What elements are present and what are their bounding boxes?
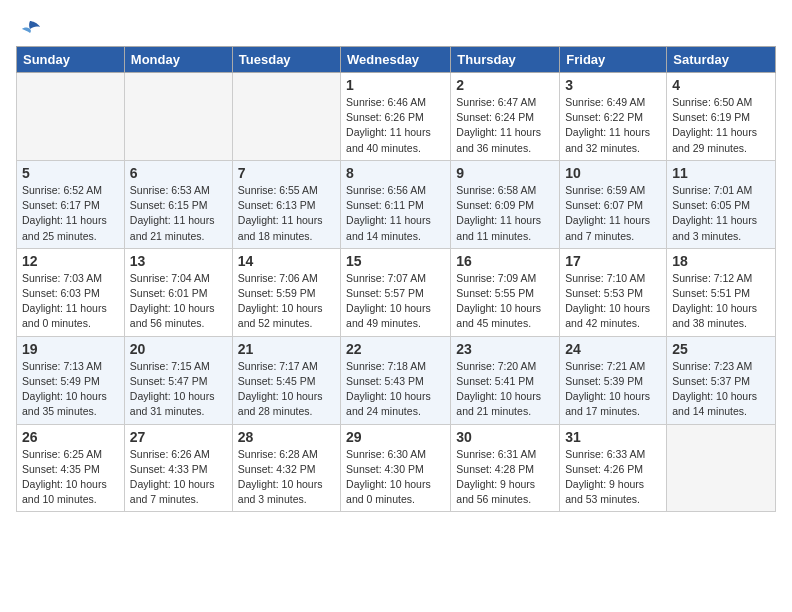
day-info: Sunrise: 6:25 AM Sunset: 4:35 PM Dayligh… [22,447,119,508]
calendar-day-cell: 23Sunrise: 7:20 AM Sunset: 5:41 PM Dayli… [451,336,560,424]
calendar-day-cell: 1Sunrise: 6:46 AM Sunset: 6:26 PM Daylig… [341,73,451,161]
calendar-day-cell [232,73,340,161]
calendar-day-cell: 14Sunrise: 7:06 AM Sunset: 5:59 PM Dayli… [232,248,340,336]
calendar-header-row: SundayMondayTuesdayWednesdayThursdayFrid… [17,47,776,73]
day-info: Sunrise: 6:50 AM Sunset: 6:19 PM Dayligh… [672,95,770,156]
day-number: 16 [456,253,554,269]
calendar-day-cell: 2Sunrise: 6:47 AM Sunset: 6:24 PM Daylig… [451,73,560,161]
day-info: Sunrise: 6:52 AM Sunset: 6:17 PM Dayligh… [22,183,119,244]
calendar-day-cell: 22Sunrise: 7:18 AM Sunset: 5:43 PM Dayli… [341,336,451,424]
calendar-day-cell: 16Sunrise: 7:09 AM Sunset: 5:55 PM Dayli… [451,248,560,336]
calendar-day-cell: 20Sunrise: 7:15 AM Sunset: 5:47 PM Dayli… [124,336,232,424]
day-info: Sunrise: 6:53 AM Sunset: 6:15 PM Dayligh… [130,183,227,244]
page-header [16,16,776,40]
calendar-day-cell: 27Sunrise: 6:26 AM Sunset: 4:33 PM Dayli… [124,424,232,512]
day-info: Sunrise: 7:01 AM Sunset: 6:05 PM Dayligh… [672,183,770,244]
calendar-day-cell: 12Sunrise: 7:03 AM Sunset: 6:03 PM Dayli… [17,248,125,336]
day-number: 15 [346,253,445,269]
calendar-day-cell: 5Sunrise: 6:52 AM Sunset: 6:17 PM Daylig… [17,160,125,248]
day-of-week-header: Thursday [451,47,560,73]
day-number: 13 [130,253,227,269]
day-of-week-header: Friday [560,47,667,73]
calendar-day-cell: 10Sunrise: 6:59 AM Sunset: 6:07 PM Dayli… [560,160,667,248]
calendar-day-cell: 13Sunrise: 7:04 AM Sunset: 6:01 PM Dayli… [124,248,232,336]
day-number: 3 [565,77,661,93]
calendar-day-cell: 3Sunrise: 6:49 AM Sunset: 6:22 PM Daylig… [560,73,667,161]
day-info: Sunrise: 6:56 AM Sunset: 6:11 PM Dayligh… [346,183,445,244]
day-number: 9 [456,165,554,181]
day-info: Sunrise: 7:17 AM Sunset: 5:45 PM Dayligh… [238,359,335,420]
calendar-day-cell: 6Sunrise: 6:53 AM Sunset: 6:15 PM Daylig… [124,160,232,248]
day-number: 23 [456,341,554,357]
calendar-week-row: 26Sunrise: 6:25 AM Sunset: 4:35 PM Dayli… [17,424,776,512]
day-info: Sunrise: 7:04 AM Sunset: 6:01 PM Dayligh… [130,271,227,332]
calendar-week-row: 5Sunrise: 6:52 AM Sunset: 6:17 PM Daylig… [17,160,776,248]
day-info: Sunrise: 7:15 AM Sunset: 5:47 PM Dayligh… [130,359,227,420]
day-info: Sunrise: 7:03 AM Sunset: 6:03 PM Dayligh… [22,271,119,332]
calendar-day-cell: 17Sunrise: 7:10 AM Sunset: 5:53 PM Dayli… [560,248,667,336]
calendar-day-cell: 11Sunrise: 7:01 AM Sunset: 6:05 PM Dayli… [667,160,776,248]
day-number: 1 [346,77,445,93]
calendar-week-row: 12Sunrise: 7:03 AM Sunset: 6:03 PM Dayli… [17,248,776,336]
day-info: Sunrise: 7:06 AM Sunset: 5:59 PM Dayligh… [238,271,335,332]
day-info: Sunrise: 7:07 AM Sunset: 5:57 PM Dayligh… [346,271,445,332]
day-of-week-header: Sunday [17,47,125,73]
day-info: Sunrise: 7:20 AM Sunset: 5:41 PM Dayligh… [456,359,554,420]
day-number: 25 [672,341,770,357]
day-number: 10 [565,165,661,181]
calendar-day-cell: 8Sunrise: 6:56 AM Sunset: 6:11 PM Daylig… [341,160,451,248]
day-number: 24 [565,341,661,357]
calendar-week-row: 1Sunrise: 6:46 AM Sunset: 6:26 PM Daylig… [17,73,776,161]
calendar-day-cell: 28Sunrise: 6:28 AM Sunset: 4:32 PM Dayli… [232,424,340,512]
calendar-day-cell: 9Sunrise: 6:58 AM Sunset: 6:09 PM Daylig… [451,160,560,248]
day-number: 4 [672,77,770,93]
calendar-day-cell: 18Sunrise: 7:12 AM Sunset: 5:51 PM Dayli… [667,248,776,336]
calendar-day-cell: 29Sunrise: 6:30 AM Sunset: 4:30 PM Dayli… [341,424,451,512]
day-number: 12 [22,253,119,269]
day-of-week-header: Wednesday [341,47,451,73]
day-number: 21 [238,341,335,357]
calendar-day-cell [17,73,125,161]
day-info: Sunrise: 7:18 AM Sunset: 5:43 PM Dayligh… [346,359,445,420]
calendar-day-cell: 24Sunrise: 7:21 AM Sunset: 5:39 PM Dayli… [560,336,667,424]
day-info: Sunrise: 6:59 AM Sunset: 6:07 PM Dayligh… [565,183,661,244]
calendar-day-cell: 7Sunrise: 6:55 AM Sunset: 6:13 PM Daylig… [232,160,340,248]
day-info: Sunrise: 7:13 AM Sunset: 5:49 PM Dayligh… [22,359,119,420]
calendar-day-cell: 31Sunrise: 6:33 AM Sunset: 4:26 PM Dayli… [560,424,667,512]
day-number: 28 [238,429,335,445]
calendar-day-cell: 19Sunrise: 7:13 AM Sunset: 5:49 PM Dayli… [17,336,125,424]
day-info: Sunrise: 6:33 AM Sunset: 4:26 PM Dayligh… [565,447,661,508]
day-number: 6 [130,165,227,181]
day-info: Sunrise: 7:09 AM Sunset: 5:55 PM Dayligh… [456,271,554,332]
day-info: Sunrise: 6:28 AM Sunset: 4:32 PM Dayligh… [238,447,335,508]
day-info: Sunrise: 7:12 AM Sunset: 5:51 PM Dayligh… [672,271,770,332]
day-info: Sunrise: 7:23 AM Sunset: 5:37 PM Dayligh… [672,359,770,420]
day-number: 17 [565,253,661,269]
day-number: 20 [130,341,227,357]
day-number: 29 [346,429,445,445]
day-info: Sunrise: 6:46 AM Sunset: 6:26 PM Dayligh… [346,95,445,156]
day-of-week-header: Saturday [667,47,776,73]
day-number: 30 [456,429,554,445]
calendar-day-cell [124,73,232,161]
day-info: Sunrise: 7:21 AM Sunset: 5:39 PM Dayligh… [565,359,661,420]
calendar-day-cell [667,424,776,512]
day-info: Sunrise: 6:26 AM Sunset: 4:33 PM Dayligh… [130,447,227,508]
day-info: Sunrise: 6:30 AM Sunset: 4:30 PM Dayligh… [346,447,445,508]
day-info: Sunrise: 6:49 AM Sunset: 6:22 PM Dayligh… [565,95,661,156]
day-number: 18 [672,253,770,269]
day-number: 22 [346,341,445,357]
calendar-day-cell: 25Sunrise: 7:23 AM Sunset: 5:37 PM Dayli… [667,336,776,424]
calendar-week-row: 19Sunrise: 7:13 AM Sunset: 5:49 PM Dayli… [17,336,776,424]
day-info: Sunrise: 7:10 AM Sunset: 5:53 PM Dayligh… [565,271,661,332]
calendar-day-cell: 4Sunrise: 6:50 AM Sunset: 6:19 PM Daylig… [667,73,776,161]
day-number: 27 [130,429,227,445]
day-number: 31 [565,429,661,445]
day-number: 11 [672,165,770,181]
day-number: 26 [22,429,119,445]
day-number: 5 [22,165,119,181]
day-number: 14 [238,253,335,269]
day-number: 19 [22,341,119,357]
day-of-week-header: Tuesday [232,47,340,73]
day-info: Sunrise: 6:31 AM Sunset: 4:28 PM Dayligh… [456,447,554,508]
